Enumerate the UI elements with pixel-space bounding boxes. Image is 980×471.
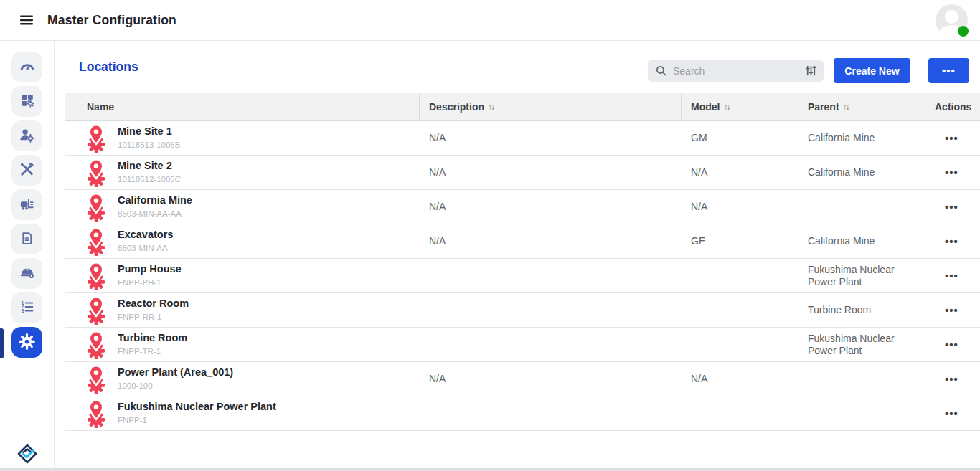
search-input[interactable] [673,65,804,77]
sidebar-item-modules[interactable] [11,86,42,117]
sidebar-item-dashboard[interactable] [11,52,42,82]
location-description: N/A [420,201,682,213]
location-pin-gear-icon [83,227,109,256]
location-name: Turbine Room [118,332,187,344]
table-body: Mine Site 1 10118513-1006B N/A GM Califo… [65,121,980,431]
column-header-model[interactable]: Model ↑↓ [682,93,798,120]
location-pin-gear-icon [83,330,109,359]
sidebar-item-documents[interactable] [11,224,42,254]
sidebar-item-configuration[interactable] [11,327,42,358]
user-avatar[interactable] [936,4,968,37]
sidebar-item-maintenance-tools[interactable] [11,155,42,186]
page-toolbar: Locations Create New ••• [65,41,980,93]
create-new-button[interactable]: Create New [834,58,910,83]
row-actions-button[interactable]: ••• [945,373,958,385]
table-row[interactable]: Power Plant (Area_001) 1000-100 N/A N/A … [65,362,980,396]
column-header-description[interactable]: Description ↑↓ [420,93,682,120]
table-row[interactable]: Excavators 8503-MIN-AA N/A GE California… [65,224,980,259]
location-parent: California Mine [798,132,923,144]
hard-hat-icon [19,264,36,283]
location-description: N/A [420,235,682,247]
column-header-actions: Actions [923,93,980,120]
location-description: N/A [420,373,682,385]
location-name: Power Plant (Area_001) [118,366,233,379]
location-code: FNPP-1 [118,414,276,427]
menu-hamburger-icon[interactable] [16,9,37,31]
location-parent: California Mine [798,235,923,247]
table-row[interactable]: Reactor Room FNPP-RR-1 Turbine Room ••• [65,293,980,328]
search-icon [655,65,667,77]
top-bar: Master Configuration [0,0,980,41]
table-row[interactable]: California Mine 8503-MIN-AA-AA N/A N/A •… [65,190,980,224]
row-actions-button[interactable]: ••• [945,338,958,351]
sidebar-item-user-management[interactable] [11,120,42,151]
location-model: GE [682,235,798,247]
sidebar-item-safety[interactable] [11,258,42,289]
table-row[interactable]: Turbine Room FNPP-TR-1 Fukushima Nuclear… [65,328,980,362]
location-description: N/A [420,166,682,179]
row-actions-button[interactable]: ••• [945,270,958,282]
location-pin-gear-icon [83,193,109,222]
gear-icon [19,333,35,352]
table-row[interactable]: Mine Site 1 10118513-1006B N/A GM Califo… [65,121,980,156]
location-name: Reactor Room [118,298,189,310]
location-code: 1000-100 [118,380,233,392]
sort-icon: ↑↓ [843,102,849,112]
location-name: Mine Site 2 [118,160,181,172]
location-description: N/A [420,132,682,144]
location-code: 10118512-1005C [118,173,181,186]
location-name: Mine Site 1 [118,125,180,138]
location-pin-gear-icon [83,158,109,187]
grid-gear-icon [19,92,35,110]
sort-icon: ↑↓ [488,102,494,112]
location-name: Fukushima Nuclear Power Plant [118,401,276,413]
svg-text:3: 3 [21,308,24,313]
location-parent: Fukushima Nuclear Power Plant [798,333,923,357]
location-pin-gear-icon [83,124,109,153]
location-code: 8503-MIN-AA [118,242,173,254]
sort-icon: ↑↓ [723,102,729,112]
company-logo [17,443,38,467]
online-status-dot [958,26,969,37]
row-actions-button[interactable]: ••• [945,166,958,179]
location-model: N/A [682,166,798,179]
search-box [648,60,824,82]
location-code: FNPP-PH-1 [118,277,182,289]
page-title: Locations [79,60,138,75]
location-parent: Turbine Room [798,304,923,316]
row-actions-button[interactable]: ••• [945,201,958,213]
wrench-screwdriver-icon [19,161,35,180]
location-pin-gear-icon [83,296,109,325]
sidebar-item-equipment[interactable] [11,189,42,220]
document-icon [19,231,34,248]
horizontal-scrollbar[interactable] [0,468,980,471]
row-actions-button[interactable]: ••• [945,235,958,247]
location-code: 8503-MIN-AA-AA [118,208,192,220]
numbered-list-icon: 123 [19,299,35,317]
location-pin-gear-icon [83,399,109,428]
locations-table: Name Description ↑↓ Model ↑↓ Parent ↑↓ A… [65,93,980,431]
column-header-parent[interactable]: Parent ↑↓ [798,93,923,120]
sidebar-item-work-order-list[interactable]: 123 [11,292,42,323]
location-code: FNPP-TR-1 [118,346,187,358]
row-actions-button[interactable]: ••• [945,407,958,419]
toolbar-more-button[interactable]: ••• [928,58,969,83]
row-actions-button[interactable]: ••• [945,304,958,316]
user-gear-icon [19,127,35,146]
location-code: FNPP-RR-1 [118,311,189,323]
location-model: GM [682,132,798,144]
table-header: Name Description ↑↓ Model ↑↓ Parent ↑↓ A… [65,93,980,121]
table-row[interactable]: Fukushima Nuclear Power Plant FNPP-1 ••• [65,396,980,431]
table-row[interactable]: Mine Site 2 10118512-1005C N/A N/A Calif… [65,156,980,190]
location-name: California Mine [118,194,192,206]
column-header-name: Name [65,93,420,120]
table-row[interactable]: Pump House FNPP-PH-1 Fukushima Nuclear P… [65,259,980,293]
filter-tune-icon[interactable] [804,64,818,77]
location-name: Pump House [118,263,182,275]
main-content: Locations Create New ••• [65,41,980,471]
gauge-icon [19,57,36,77]
active-nav-indicator [0,328,4,358]
location-model: N/A [682,201,798,213]
row-actions-button[interactable]: ••• [945,132,958,144]
location-pin-gear-icon [83,365,109,394]
